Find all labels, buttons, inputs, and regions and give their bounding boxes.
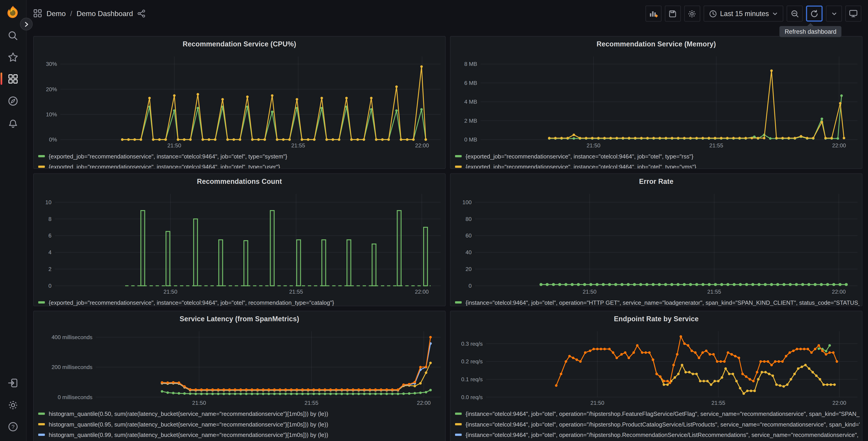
dashboard-settings-button[interactable] — [684, 5, 700, 22]
legend-item[interactable]: {instance="otelcol:9464", job="otel", op… — [455, 297, 860, 306]
sidebar-item-explore[interactable] — [7, 95, 19, 107]
zoom-out-button[interactable] — [786, 5, 803, 22]
time-range-label: Last 15 minutes — [720, 10, 769, 18]
y-tick-label: 100 — [463, 199, 472, 205]
legend-swatch — [455, 412, 462, 414]
legend-label: {exported_job="recommendationservice", i… — [49, 299, 334, 305]
chevron-down-icon — [772, 11, 778, 16]
bell-icon — [7, 117, 19, 129]
refresh-dashboard-button[interactable] — [806, 5, 823, 22]
bar — [194, 219, 197, 286]
chevron-down-icon — [831, 11, 837, 16]
legend-item[interactable]: {exported_job="recommendationservice", i… — [38, 151, 443, 161]
legend-item[interactable]: {instance="otelcol:9464", job="otel", op… — [455, 440, 860, 441]
legend-item[interactable]: histogram_quantile(0.999, sum(rate(laten… — [38, 440, 443, 441]
y-tick-label: 20% — [46, 86, 57, 92]
x-tick-label: 22:00 — [832, 289, 846, 295]
legend-label: {instance="otelcol:9464", job="otel", op… — [465, 421, 860, 427]
panel-title[interactable]: Recommendation Service (Memory) — [451, 36, 862, 52]
chart-canvas[interactable]: 0 MB2 MB4 MB6 MB8 MB21:5021:5522:00 — [451, 36, 862, 149]
monitor-icon — [848, 9, 858, 18]
legend-item[interactable]: {instance="otelcol:9464", job="otel", op… — [455, 408, 860, 419]
x-tick-label: 21:50 — [590, 400, 604, 406]
bar — [372, 244, 376, 286]
search-icon — [7, 30, 19, 41]
series-line-orange — [162, 337, 431, 390]
y-tick-label: 10% — [46, 111, 57, 117]
breadcrumb-section[interactable]: Demo — [46, 9, 66, 18]
legend-item[interactable]: histogram_quantile(0.99, sum(rate(latenc… — [38, 429, 443, 440]
legend-swatch — [38, 433, 45, 436]
breadcrumb-page: Demo Dashboard — [76, 9, 133, 18]
panel-title[interactable]: Error Rate — [451, 174, 862, 189]
sidebar-item-sign-in[interactable] — [7, 377, 19, 389]
x-tick-label: 21:55 — [709, 142, 723, 148]
legend-item[interactable]: {exported_job="recommendationservice", i… — [455, 161, 860, 169]
legend-item[interactable]: {exported_job="recommendationservice", i… — [38, 161, 443, 169]
y-tick-label: 2 MB — [464, 118, 477, 124]
panel-legend: {exported_job="recommendationservice", i… — [455, 151, 860, 169]
y-tick-label: 4 MB — [464, 99, 477, 105]
series-line-yellow — [653, 360, 835, 393]
series-line-yellow — [122, 66, 426, 140]
chart-canvas[interactable]: 0%10%20%30%21:5021:5522:00 — [34, 36, 445, 149]
panel-endpoint-rate-by-service: Endpoint Rate by Service0.0 req/s0.1 req… — [450, 311, 863, 441]
y-tick-label: 200 milliseconds — [52, 364, 93, 370]
panel-legend: histogram_quantile(0.50, sum(rate(latenc… — [38, 408, 443, 441]
legend-item[interactable]: {exported_job="recommendationservice", i… — [38, 297, 443, 306]
grafana-logo[interactable] — [5, 5, 20, 20]
help-icon: ? — [7, 421, 19, 432]
panel-service-latency-from-spanmetrics: Service Latency (from SpanMetrics)0 mill… — [33, 311, 446, 441]
panel-title[interactable]: Service Latency (from SpanMetrics) — [34, 311, 445, 327]
bar — [322, 240, 326, 286]
gear-icon — [7, 399, 19, 411]
breadcrumb-separator: / — [70, 9, 72, 18]
sidebar-item-starred[interactable] — [7, 52, 19, 63]
y-tick-label: 40 — [465, 249, 471, 255]
active-indicator — [0, 72, 2, 85]
y-tick-label: 10 — [45, 199, 51, 205]
y-tick-label: 6 — [49, 233, 52, 239]
sidebar-item-dashboards[interactable] — [7, 73, 19, 85]
panel-title[interactable]: Recommendation Service (CPU%) — [34, 36, 445, 52]
y-tick-label: 30% — [46, 61, 57, 67]
share-icon[interactable] — [137, 9, 146, 18]
svg-text:?: ? — [11, 424, 15, 430]
y-tick-label: 400 milliseconds — [52, 334, 93, 340]
bar — [397, 210, 401, 286]
y-tick-label: 6 MB — [464, 80, 477, 86]
add-panel-button[interactable] — [645, 5, 661, 22]
y-tick-label: 2 — [49, 266, 52, 272]
x-tick-label: 21:55 — [305, 400, 318, 406]
sidebar-item-alerting[interactable] — [7, 117, 19, 129]
legend-item[interactable]: {exported_job="recommendationservice", i… — [455, 151, 860, 161]
chart-canvas[interactable]: 02040608010021:5021:5522:00 — [451, 174, 862, 296]
y-tick-label: 8 MB — [464, 61, 477, 67]
compass-icon — [7, 95, 19, 107]
legend-swatch — [38, 165, 45, 168]
legend-item[interactable]: {instance="otelcol:9464", job="otel", op… — [455, 429, 860, 440]
y-tick-label: 0.2 req/s — [461, 358, 483, 364]
bar — [166, 231, 170, 286]
x-tick-label: 21:50 — [192, 400, 206, 406]
y-tick-label: 0 — [49, 283, 52, 289]
legend-item[interactable]: histogram_quantile(0.95, sum(rate(latenc… — [38, 419, 443, 429]
legend-swatch — [38, 155, 45, 157]
panel-title[interactable]: Recommendations Count — [34, 174, 445, 189]
add-panel-icon — [649, 9, 658, 18]
zoom-out-icon — [790, 9, 799, 18]
x-tick-label: 22:00 — [417, 400, 431, 406]
legend-item[interactable]: histogram_quantile(0.50, sum(rate(latenc… — [38, 408, 443, 419]
time-range-picker[interactable]: Last 15 minutes — [704, 5, 783, 22]
chart-canvas[interactable]: 024681021:5021:5522:00 — [34, 174, 445, 296]
expand-sidebar-button[interactable] — [20, 18, 33, 30]
save-dashboard-button[interactable] — [665, 5, 681, 22]
sidebar-item-help[interactable]: ? — [7, 421, 19, 432]
kiosk-mode-button[interactable] — [845, 5, 862, 22]
legend-item[interactable]: {instance="otelcol:9464", job="otel", op… — [455, 419, 860, 429]
refresh-interval-dropdown[interactable] — [826, 5, 842, 22]
sidebar-item-search[interactable] — [7, 30, 19, 41]
refresh-tooltip: Refresh dashboard — [780, 26, 841, 37]
panel-title[interactable]: Endpoint Rate by Service — [451, 311, 862, 327]
sidebar-item-settings[interactable] — [7, 399, 19, 411]
